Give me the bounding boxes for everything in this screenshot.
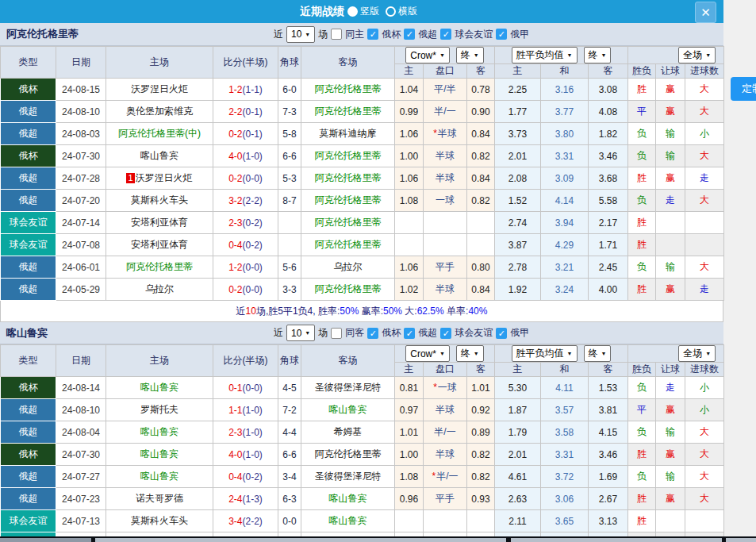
away-team: 莫斯科迪纳摩: [301, 123, 395, 145]
avg-away-odds: 4.15: [589, 421, 628, 444]
result-cell: 负: [628, 466, 656, 488]
summary-segment: 50%: [340, 306, 359, 317]
horizontal-layout-label: 横版: [398, 5, 417, 18]
league-checkbox-friendly[interactable]: ✓: [440, 29, 451, 40]
corner-score: 4-5: [278, 377, 301, 399]
match-count-select[interactable]: 10▼: [286, 325, 315, 341]
league-checkbox-super[interactable]: ✓: [404, 328, 415, 339]
vertical-layout-radio[interactable]: [347, 6, 358, 17]
handicap-result-cell: 输: [656, 256, 685, 279]
avg-away-odds: 5.58: [589, 190, 628, 212]
horizontal-layout-radio[interactable]: [386, 6, 396, 17]
result-cell: 负: [628, 256, 656, 279]
matches-table: 类型 日期 主场 比分(半场) 角球 客场 Crow*▼ 终▼ 胜平负均值▼ 终…: [0, 46, 724, 301]
odds-time-select[interactable]: 终▼: [456, 345, 484, 362]
crow-home-odds: 1.00: [395, 145, 424, 167]
screen: 近期战绩 竖版 横版 ✕ 阿克伦托格里蒂 近 10▼ 场 同主 ✓俄杯 ✓俄超 …: [0, 0, 756, 542]
sub-header: 客: [589, 363, 628, 377]
match-date: 24-07-13: [56, 510, 106, 532]
odds-time-select[interactable]: 终▼: [456, 47, 484, 63]
col-header-home: 主场: [106, 345, 213, 377]
close-button[interactable]: ✕: [695, 2, 716, 23]
home-team: 1沃罗涅日火炬: [106, 167, 213, 190]
result-cell: 胜: [628, 510, 656, 532]
same-venue-checkbox[interactable]: [331, 29, 342, 40]
crow-home-odds: 1.01: [395, 421, 424, 444]
avg-time-select[interactable]: 终▼: [584, 345, 612, 362]
away-team: 圣彼得堡泽尼特: [301, 377, 395, 399]
filter-bar: 近 10▼ 场 同主 ✓俄杯 ✓俄超 ✓球会友谊 ✓俄甲: [274, 26, 529, 43]
avg-away-odds: 3.46: [589, 444, 628, 466]
avg-odds-select[interactable]: 胜平负均值▼: [512, 345, 578, 362]
crow-away-odds: 0.82: [467, 190, 495, 212]
league-checkbox-super[interactable]: ✓: [404, 29, 415, 40]
col-header-score: 比分(半场): [213, 47, 278, 79]
home-team: 安塔利亚体育: [106, 212, 213, 234]
avg-odds-select[interactable]: 胜平负均值▼: [512, 47, 578, 63]
corner-score: 4-4: [278, 421, 301, 444]
filter-bar: 近 10▼ 场 同客 ✓俄杯 ✓俄超 ✓球会友谊 ✓俄甲: [274, 325, 529, 341]
handicap-result-cell: 走: [656, 377, 685, 399]
close-icon: ✕: [700, 6, 711, 20]
league-label-cup: 俄杯: [382, 28, 401, 41]
sub-header: 主: [395, 363, 424, 377]
full-match-select[interactable]: 全场▼: [678, 345, 716, 362]
result-cell: 胜: [628, 234, 656, 256]
league-checkbox-cup[interactable]: ✓: [367, 29, 378, 40]
corner-score: [278, 212, 301, 234]
score: 4-0(1-0): [213, 145, 278, 167]
same-venue-checkbox[interactable]: [331, 328, 342, 339]
odds-company-select[interactable]: Crow*▼: [405, 47, 450, 63]
corner-score: 3-4: [278, 466, 301, 488]
handicap-result-cell: [656, 234, 685, 256]
avg-time-select[interactable]: 终▼: [584, 47, 612, 63]
odds-time-value: 终: [461, 347, 470, 360]
score: 1-2(0-0): [213, 256, 278, 279]
league-label-friendly: 球会友谊: [455, 28, 493, 41]
avg-draw-odds: 3.16: [541, 79, 589, 101]
chevron-down-icon: ▼: [305, 330, 310, 336]
avg-home-odds: 2.01: [495, 145, 541, 167]
score: 2-3(0-2): [213, 212, 278, 234]
avg-home-odds: 2.25: [495, 79, 541, 101]
league-checkbox-div1[interactable]: ✓: [496, 328, 507, 339]
goals-cell: [685, 510, 724, 532]
handicap-result-cell: 赢: [656, 79, 685, 101]
goals-cell: 大: [685, 466, 724, 488]
crow-home-odds: 0.97: [395, 399, 424, 421]
avg-away-odds: 3.46: [589, 145, 628, 167]
away-team: 圣彼得堡泽尼特: [301, 466, 395, 488]
away-team: 阿克伦托格里蒂: [301, 167, 395, 190]
avg-draw-odds: 4.29: [541, 234, 589, 256]
full-match-select[interactable]: 全场▼: [678, 47, 716, 63]
summary-segment: 62.5%: [417, 306, 444, 317]
league-checkbox-cup[interactable]: ✓: [367, 328, 378, 339]
odds-time-value: 终: [461, 48, 470, 62]
avg-home-odds: 2.08: [495, 167, 541, 190]
away-team: 阿克伦托格里蒂: [301, 444, 395, 466]
avg-time-value: 终: [589, 48, 598, 62]
crow-home-odds: 1.08: [395, 190, 424, 212]
avg-away-odds: 3.13: [589, 510, 628, 532]
match-date: 24-07-30: [56, 145, 106, 167]
league-checkbox-friendly[interactable]: ✓: [440, 328, 451, 339]
col-header-home: 主场: [106, 47, 213, 79]
customize-button[interactable]: 定制: [731, 77, 756, 101]
avg-home-odds: 3.73: [495, 123, 541, 145]
home-team: 喀山鲁宾: [106, 421, 213, 444]
handicap-result-cell: 走: [656, 190, 685, 212]
match-row: 俄超24-07-20莫斯科火车头3-2(2-2)8-7阿克伦托格里蒂1.08一球…: [1, 190, 724, 212]
odds-company-select[interactable]: Crow*▼: [405, 345, 450, 362]
match-count-select[interactable]: 10▼: [286, 26, 315, 43]
goals-cell: [685, 212, 724, 234]
league-checkbox-div1[interactable]: ✓: [496, 29, 507, 40]
home-team: 莫斯科火车头: [106, 190, 213, 212]
match-date: 24-07-20: [56, 190, 106, 212]
league-badge: 俄超: [1, 190, 56, 212]
avg-time-value: 终: [589, 347, 598, 360]
odds-company-value: Crow*: [410, 50, 436, 61]
league-badge: 俄超: [1, 466, 56, 488]
match-row: 俄杯24-07-30喀山鲁宾4-0(1-0)6-6阿克伦托格里蒂1.00半球0.…: [1, 145, 724, 167]
chevron-down-icon: ▼: [601, 52, 607, 58]
handicap: 一球: [424, 190, 467, 212]
